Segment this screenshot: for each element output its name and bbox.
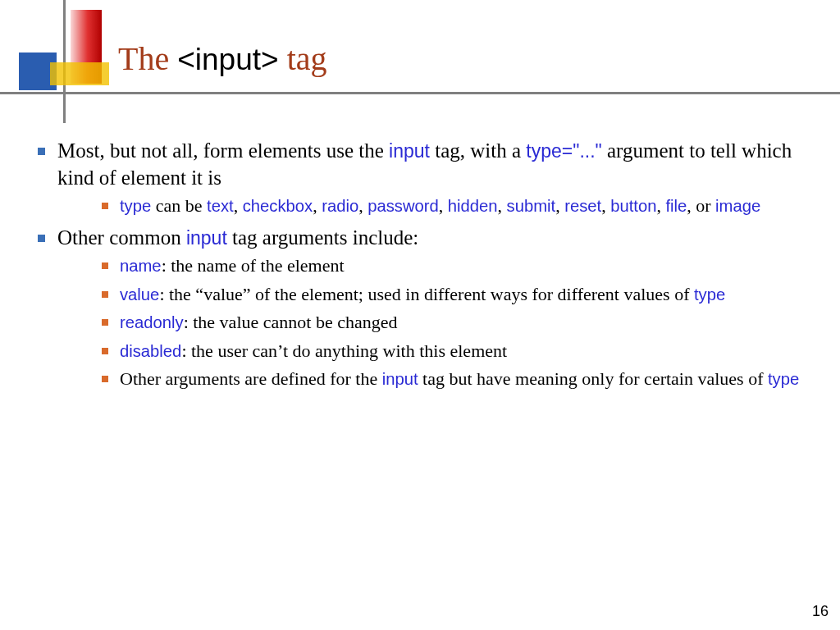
keyword-reset: reset: [564, 197, 601, 215]
keyword-readonly: readonly: [120, 313, 184, 331]
text: : the user can’t do anything with this e…: [181, 340, 507, 361]
keyword-radio: radio: [322, 197, 358, 215]
keyword-password: password: [368, 197, 439, 215]
keyword-button: button: [610, 197, 656, 215]
keyword-name: name: [120, 257, 162, 275]
text: ,: [358, 195, 368, 216]
text: : the value cannot be changed: [184, 312, 398, 332]
keyword-text: text: [207, 197, 234, 215]
text: ,: [498, 195, 507, 216]
bullet-2-sub-4: disabled: the user can’t do anything wit…: [98, 340, 812, 363]
text: Most, but not all, form elements use the: [57, 139, 389, 162]
keyword-image: image: [715, 197, 760, 215]
keyword-input: input: [382, 370, 418, 388]
keyword-type: type: [694, 285, 725, 304]
title-text-pre: The: [118, 40, 177, 77]
title-code: <input>: [177, 43, 278, 76]
text: tag arguments include:: [227, 226, 419, 249]
bullet-2-sub-5: Other arguments are defined for the inpu…: [98, 368, 812, 391]
text: tag but have meaning only for certain va…: [418, 368, 768, 389]
keyword-submit: submit: [507, 197, 556, 215]
keyword-input: input: [389, 140, 430, 162]
title-text-post: tag: [279, 40, 327, 77]
bullet-2-sub-2: value: the “value” of the element; used …: [98, 283, 812, 307]
logo-horizontal-rule: [0, 92, 840, 94]
bullet-2: Other common input tag arguments include…: [33, 225, 812, 391]
keyword-disabled: disabled: [120, 342, 181, 360]
slide-body: Most, but not all, form elements use the…: [33, 138, 812, 398]
keyword-type: type: [120, 197, 151, 215]
text: : the name of the element: [162, 255, 345, 276]
keyword-checkbox: checkbox: [243, 197, 313, 215]
keyword-type: type: [768, 370, 799, 388]
text: ,: [656, 195, 665, 216]
slide-title: The <input> tag: [118, 39, 327, 78]
bullet-2-sub-3: readonly: the value cannot be changed: [98, 311, 812, 335]
text: ,: [555, 195, 564, 216]
text: ,: [601, 195, 610, 216]
logo-vertical-rule: [63, 0, 66, 123]
text: : the “value” of the element; used in di…: [159, 284, 694, 304]
text: , or: [687, 195, 715, 216]
bullet-1-sub-1: type can be text, checkbox, radio, passw…: [98, 194, 812, 218]
text: ,: [313, 195, 322, 216]
bullet-1: Most, but not all, form elements use the…: [33, 138, 812, 218]
text: ,: [234, 195, 243, 216]
text: tag, with a: [430, 139, 526, 162]
keyword-hidden: hidden: [448, 197, 498, 215]
page-number: 16: [812, 603, 829, 620]
text: can be: [151, 195, 207, 216]
text: Other common: [57, 226, 186, 249]
keyword-value: value: [120, 285, 159, 304]
logo-yellow-bar: [50, 62, 109, 85]
keyword-type-attr: type="...": [526, 140, 601, 162]
slide: The <input> tag Most, but not all, form …: [0, 0, 840, 630]
keyword-input: input: [186, 227, 227, 249]
keyword-file: file: [665, 197, 687, 215]
text: Other arguments are defined for the: [120, 368, 382, 389]
text: ,: [439, 195, 448, 216]
slide-logo: [19, 10, 117, 108]
bullet-2-sub-1: name: the name of the element: [98, 254, 812, 278]
